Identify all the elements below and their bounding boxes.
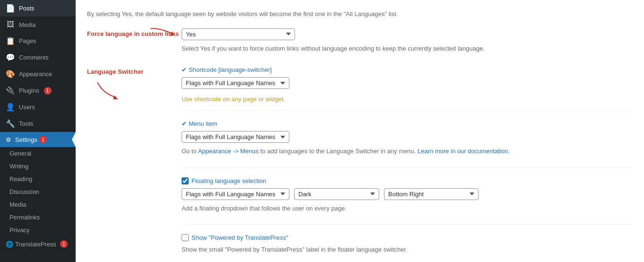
sidebar-item-posts[interactable]: 📄 Posts [0, 0, 76, 17]
sidebar-item-label: Media [19, 21, 35, 28]
tools-icon: 🔧 [6, 119, 15, 128]
menu-item-select[interactable]: Flags with Full Language Names Flags wit… [182, 131, 289, 143]
comments-icon: 💬 [6, 53, 15, 62]
shortcode-section: ✔ Shortcode [language-switcher] Flags wi… [182, 66, 633, 111]
main-content: By selecting Yes, the default language s… [76, 0, 644, 262]
force-language-row: Force language in custom links Yes No Se… [87, 28, 633, 57]
floating-description: Add a floating dropdown that follows the… [182, 204, 633, 213]
settings-badge: 1 [39, 136, 47, 143]
translatepress-icon: 🌐 [6, 241, 13, 248]
pages-icon: 📋 [6, 36, 15, 45]
submenu-permalinks[interactable]: Permalinks [0, 211, 76, 224]
submenu-general[interactable]: General [0, 147, 76, 160]
red-arrow-2 [92, 80, 130, 99]
force-language-content: Yes No Select Yes if you want to force c… [182, 28, 633, 57]
media-icon: 🖼 [6, 20, 15, 29]
red-arrow-1 [148, 26, 177, 40]
floating-theme-select[interactable]: Dark Light [294, 188, 379, 200]
floating-label: Floating language selection [182, 177, 633, 184]
floating-style-select[interactable]: Flags with Full Language Names Flags wit… [182, 188, 289, 200]
sidebar-item-tools[interactable]: 🔧 Tools [0, 115, 76, 132]
menu-item-label: ✔ Menu item [182, 120, 633, 127]
sidebar-item-translatepress[interactable]: 🌐 TranslatePress 1 [0, 236, 76, 252]
settings-icon: ⚙ [6, 136, 11, 143]
sidebar-item-label: Settings [15, 136, 37, 143]
learn-more-link[interactable]: Learn more in our documentation. [418, 148, 510, 155]
floating-checkbox[interactable] [182, 177, 189, 184]
submenu-media[interactable]: Media [0, 198, 76, 211]
language-switcher-content: ✔ Shortcode [language-switcher] Flags wi… [182, 66, 633, 262]
submenu-discussion[interactable]: Discussion [0, 185, 76, 198]
appearance-menus-link[interactable]: Appearance -> Menus [198, 148, 259, 155]
force-language-description: Select Yes if you want to force custom l… [182, 44, 633, 53]
sidebar-item-label: Plugins [19, 87, 39, 94]
floating-section: Floating language selection Flags with F… [182, 177, 633, 225]
sidebar-item-label: Posts [19, 5, 35, 12]
powered-label: Show "Powered by TranslatePress" [182, 234, 633, 241]
appearance-icon: 🎨 [6, 70, 15, 79]
shortcode-label: ✔ Shortcode [language-switcher] [182, 66, 633, 73]
language-switcher-label: Language Switcher [87, 66, 182, 75]
powered-description: Show the small "Powered by TranslatePres… [182, 245, 633, 254]
shortcode-check: ✔ [182, 66, 187, 73]
language-switcher-row: Language Switcher ✔ Shortcode [language-… [87, 66, 633, 262]
menu-item-description: Go to Appearance -> Menus to add languag… [182, 147, 633, 156]
sidebar-item-label: Pages [19, 37, 36, 44]
floating-position-select[interactable]: Bottom Right Bottom Left Top Right Top L… [384, 188, 479, 200]
floating-dropdowns: Flags with Full Language Names Flags wit… [182, 188, 633, 200]
shortcode-select[interactable]: Flags with Full Language Names Flags wit… [182, 77, 289, 89]
sidebar-item-pages[interactable]: 📋 Pages [0, 33, 76, 49]
sidebar-item-label: Users [19, 104, 35, 111]
sidebar-item-appearance[interactable]: 🎨 Appearance [0, 66, 76, 82]
sidebar: 📄 Posts 🖼 Media 📋 Pages 💬 Comments 🎨 App… [0, 0, 76, 262]
plugins-icon: 🔌 [6, 86, 15, 95]
sidebar-item-label: Comments [19, 54, 49, 61]
sidebar-item-label: Tools [19, 120, 33, 127]
powered-checkbox[interactable] [182, 234, 189, 241]
plugins-badge: 1 [44, 87, 52, 95]
submenu-writing[interactable]: Writing [0, 160, 76, 173]
sidebar-item-plugins[interactable]: 🔌 Plugins 1 [0, 82, 76, 99]
menu-item-section: ✔ Menu item Flags with Full Language Nam… [182, 120, 633, 168]
sidebar-item-comments[interactable]: 💬 Comments [0, 49, 76, 66]
sidebar-item-users[interactable]: 👤 Users [0, 99, 76, 115]
sidebar-item-label: TranslatePress [15, 241, 56, 248]
top-description: By selecting Yes, the default language s… [87, 9, 633, 19]
menu-item-check: ✔ [182, 120, 187, 127]
sidebar-item-media[interactable]: 🖼 Media [0, 17, 76, 33]
settings-arrow [72, 132, 76, 147]
content-area: By selecting Yes, the default language s… [76, 0, 644, 262]
force-language-select[interactable]: Yes No [182, 28, 295, 40]
sidebar-item-settings[interactable]: ⚙ Settings 1 [0, 132, 76, 147]
use-shortcode-text: Use shortcode on any page or widget. [182, 96, 633, 103]
settings-submenu: General Writing Reading Discussion Media… [0, 147, 76, 236]
translatepress-badge: 1 [60, 240, 68, 248]
sidebar-item-label: Appearance [19, 70, 52, 78]
submenu-reading[interactable]: Reading [0, 173, 76, 185]
users-icon: 👤 [6, 103, 15, 112]
submenu-privacy[interactable]: Privacy [0, 224, 76, 236]
powered-section: Show "Powered by TranslatePress" Show th… [182, 234, 633, 262]
posts-icon: 📄 [6, 4, 15, 13]
